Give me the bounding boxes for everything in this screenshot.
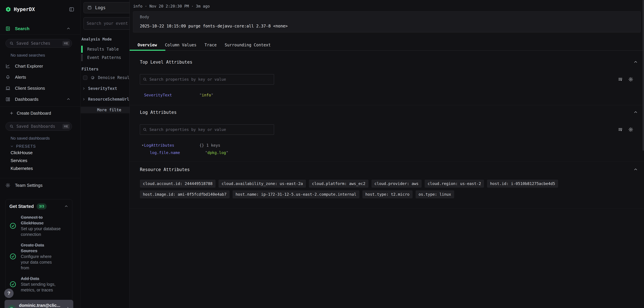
- filters-label: Filters: [82, 67, 130, 71]
- log-attributes-search-box[interactable]: [140, 124, 274, 135]
- attribute-key[interactable]: log.file.name: [150, 150, 205, 155]
- create-dashboard-button[interactable]: Create Dashboard: [0, 109, 80, 118]
- collapse-sidebar-icon[interactable]: [69, 7, 74, 12]
- active-indicator: [81, 46, 83, 53]
- chevron-up-icon[interactable]: [633, 60, 638, 64]
- sidebar-item-alerts[interactable]: Alerts: [0, 72, 80, 83]
- get-started-item-add-data[interactable]: Add Data Start sending logs, metrics, or…: [10, 276, 68, 293]
- tab-surrounding-context[interactable]: Surrounding Context: [221, 39, 275, 50]
- saved-dashboards-search[interactable]: ⌘K: [6, 122, 72, 131]
- divider: [0, 34, 80, 34]
- more-filters-button[interactable]: More filte: [81, 107, 130, 113]
- filter-group-label: SeverityText: [88, 86, 117, 91]
- chevron-up-icon[interactable]: [64, 204, 68, 209]
- sidebar: HyperDX Search ⌘K No saved searches: [0, 0, 80, 308]
- shortcut-badge: ⌘K: [62, 124, 70, 129]
- get-started-header[interactable]: Get Started 3/3: [10, 203, 68, 209]
- filter-group-resourceschemaurl[interactable]: ResourceSchemaUrl: [82, 96, 130, 103]
- gear-icon[interactable]: [628, 77, 633, 82]
- progress-badge: 3/3: [36, 203, 47, 209]
- top-level-search-input[interactable]: [150, 77, 271, 82]
- chevron-up-icon[interactable]: [633, 167, 638, 172]
- sidebar-item-dashboards[interactable]: Dashboards: [0, 94, 80, 105]
- filter-group-severitytext[interactable]: SeverityText: [82, 85, 130, 92]
- wrap-lines-icon[interactable]: [618, 77, 623, 82]
- scrollbar[interactable]: [643, 0, 644, 151]
- step-title: Add Data: [21, 276, 61, 281]
- sidebar-item-chart-explorer[interactable]: Chart Explorer: [0, 61, 80, 72]
- resource-chip[interactable]: cloud.platform: aws_ec2: [309, 180, 368, 188]
- gear-icon[interactable]: [628, 127, 633, 132]
- sidebar-item-label: Chart Explorer: [15, 64, 43, 69]
- saved-searches-input[interactable]: [16, 41, 60, 46]
- hyperdx-app: HyperDX Search ⌘K No saved searches: [0, 0, 644, 308]
- resource-chip[interactable]: cloud.region: us-east-2: [425, 180, 484, 188]
- body-content[interactable]: 2025-10-22 10:15:09 purge fonts-dejavu-c…: [140, 24, 640, 29]
- attribute-key[interactable]: LogAttributes: [144, 143, 200, 148]
- denoise-results-toggle[interactable]: Denoise Resul: [83, 74, 130, 81]
- saved-searches-search[interactable]: ⌘K: [6, 39, 72, 48]
- get-started-item-sources[interactable]: Create Data Sources Configure where your…: [10, 242, 68, 271]
- chevron-up-icon[interactable]: [66, 26, 70, 31]
- resource-chip[interactable]: host.image.id: ami-0f5fcdfbd140e4ab7: [140, 190, 230, 198]
- mode-event-patterns[interactable]: Event Patterns: [81, 53, 130, 62]
- resource-chip[interactable]: host.type: t2.micro: [362, 190, 412, 198]
- expand-triangle-icon[interactable]: [142, 144, 144, 147]
- plus-icon: [10, 111, 14, 115]
- step-title: Create Data Sources: [21, 242, 61, 254]
- denoise-label: Denoise Resul: [98, 75, 130, 80]
- section-resource-attributes: Resource Attributes cloud.account.id: 24…: [130, 161, 644, 209]
- presets-toggle[interactable]: PRESETS: [10, 144, 80, 149]
- wrap-lines-icon[interactable]: [618, 127, 623, 132]
- event-search-box[interactable]: [84, 17, 130, 30]
- sidebar-item-search[interactable]: Search: [0, 24, 80, 33]
- presets-label: PRESETS: [16, 144, 36, 149]
- shortcut-badge: ⌘K: [62, 41, 70, 46]
- step-title: Connect to ClickHouse: [21, 214, 61, 226]
- tab-column-values[interactable]: Column Values: [161, 39, 200, 50]
- tab-trace[interactable]: Trace: [200, 39, 220, 50]
- resource-chip[interactable]: host.name: ip-172-31-12-5.us-east-2.comp…: [232, 190, 360, 198]
- no-saved-searches-text: No saved searches: [10, 53, 80, 58]
- resource-chip[interactable]: cloud.account.id: 244449518788: [140, 180, 216, 188]
- mode-results-table[interactable]: Results Table: [81, 45, 130, 53]
- attribute-value[interactable]: "dpkg.log": [205, 150, 228, 155]
- laptop-icon: [5, 86, 10, 91]
- resource-chip[interactable]: cloud.availability_zone: us-east-2a: [218, 180, 306, 188]
- check-circle-icon: [10, 253, 16, 260]
- sidebar-item-client-sessions[interactable]: Client Sessions: [0, 83, 80, 94]
- chart-icon: [5, 64, 10, 69]
- event-search-input[interactable]: [87, 21, 130, 26]
- help-button[interactable]: ?: [4, 289, 14, 298]
- section-title: Resource Attributes: [140, 167, 190, 172]
- sidebar-item-label: Alerts: [15, 75, 26, 80]
- denoise-checkbox[interactable]: [83, 75, 88, 80]
- sidebar-item-label: Search: [15, 26, 30, 31]
- sidebar-item-team-settings[interactable]: Team Settings: [0, 181, 80, 190]
- preset-clickhouse[interactable]: ClickHouse: [0, 149, 80, 157]
- logo-row: HyperDX: [0, 0, 80, 12]
- source-select[interactable]: Logs: [84, 2, 130, 13]
- preset-kubernetes[interactable]: Kubernetes: [0, 164, 80, 172]
- attribute-value[interactable]: "info": [200, 93, 213, 98]
- section-title: Top Level Attributes: [140, 59, 192, 65]
- saved-dashboards-input[interactable]: [16, 124, 60, 129]
- user-menu[interactable]: D dominic.tran@clic... dominic.tran@clic…: [4, 300, 73, 308]
- resource-chip[interactable]: os.type: linux: [416, 190, 454, 198]
- resource-chip[interactable]: host.id: i-0510b81275acbe4d5: [487, 180, 558, 188]
- get-started-item-connect[interactable]: Connect to ClickHouse Set up your databa…: [10, 214, 68, 237]
- section-log-attributes: Log Attributes: [130, 105, 644, 161]
- attribute-key[interactable]: SeverityText: [144, 93, 200, 98]
- preset-services[interactable]: Services: [0, 157, 80, 164]
- search-icon: [143, 77, 147, 82]
- resource-chips-row-1: cloud.account.id: 244449518788 cloud.ava…: [140, 180, 638, 188]
- chevron-up-icon[interactable]: [633, 110, 638, 115]
- resource-chip[interactable]: cloud.provider: aws: [372, 180, 422, 188]
- chevron-up-icon[interactable]: [66, 97, 70, 101]
- section-title: Log Attributes: [140, 110, 176, 115]
- detail-tabs: Overview Column Values Trace Surrounding…: [130, 39, 644, 51]
- top-level-search-box[interactable]: [140, 74, 274, 85]
- log-attributes-search-input[interactable]: [150, 127, 271, 132]
- get-started-title: Get Started: [10, 204, 34, 209]
- tab-overview[interactable]: Overview: [134, 39, 161, 50]
